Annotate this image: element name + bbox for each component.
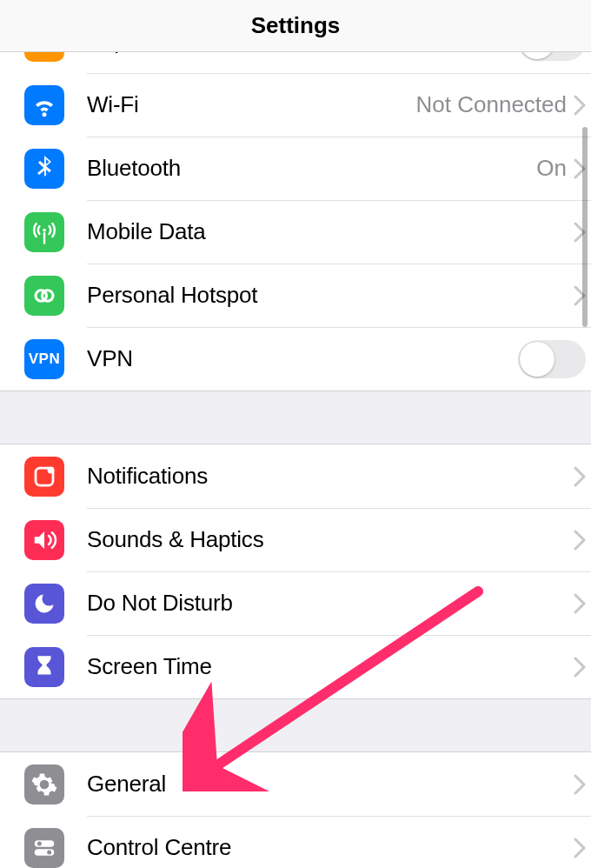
svg-point-0 <box>43 228 46 231</box>
settings-group-notifications: Notifications Sounds & Haptics Do Not Di… <box>0 444 591 699</box>
row-notifications[interactable]: Notifications <box>0 444 591 508</box>
svg-point-7 <box>37 841 42 845</box>
row-general[interactable]: General <box>0 752 591 816</box>
row-label: Sounds & Haptics <box>87 526 574 553</box>
row-value: On <box>536 155 567 182</box>
row-label: Do Not Disturb <box>87 590 574 617</box>
row-label: General <box>87 771 574 798</box>
page-header: Settings <box>0 0 591 52</box>
settings-scroll-area[interactable]: Airplane Mode Wi-Fi Not Connected Blueto… <box>0 52 591 868</box>
svg-point-8 <box>47 850 51 854</box>
row-label: Control Centre <box>87 834 574 861</box>
airplane-toggle[interactable] <box>518 52 586 61</box>
chevron-right-icon <box>574 774 586 795</box>
bluetooth-icon <box>24 149 64 189</box>
row-label: Notifications <box>87 463 574 490</box>
row-airplane-mode[interactable]: Airplane Mode <box>0 52 591 73</box>
antenna-icon <box>24 212 64 252</box>
hotspot-icon <box>24 276 64 316</box>
row-bluetooth[interactable]: Bluetooth On <box>0 137 591 200</box>
group-spacer <box>0 699 591 751</box>
speaker-icon <box>24 520 64 560</box>
hourglass-icon <box>24 647 64 687</box>
row-label: Mobile Data <box>87 218 574 245</box>
chevron-right-icon <box>574 838 586 858</box>
row-sounds-haptics[interactable]: Sounds & Haptics <box>0 508 591 571</box>
row-mobile-data[interactable]: Mobile Data <box>0 200 591 264</box>
chevron-right-icon <box>574 593 586 614</box>
vpn-toggle[interactable] <box>518 340 586 378</box>
row-do-not-disturb[interactable]: Do Not Disturb <box>0 571 591 635</box>
row-personal-hotspot[interactable]: Personal Hotspot <box>0 264 591 327</box>
row-label: Wi-Fi <box>87 91 416 118</box>
toggles-icon <box>24 828 64 868</box>
wifi-icon <box>24 85 64 125</box>
row-label: Screen Time <box>87 653 574 680</box>
gear-icon <box>24 765 64 805</box>
svg-point-4 <box>48 466 55 473</box>
vpn-icon: VPN <box>24 339 64 379</box>
row-label: VPN <box>87 345 518 372</box>
vpn-badge-text: VPN <box>29 351 60 368</box>
group-spacer <box>0 391 591 444</box>
airplane-icon <box>24 52 64 62</box>
notifications-icon <box>24 457 64 497</box>
chevron-right-icon <box>574 466 586 487</box>
settings-group-connectivity: Airplane Mode Wi-Fi Not Connected Blueto… <box>0 52 591 391</box>
page-title: Settings <box>251 12 341 39</box>
chevron-right-icon <box>574 657 586 678</box>
moon-icon <box>24 584 64 624</box>
row-wifi[interactable]: Wi-Fi Not Connected <box>0 73 591 137</box>
row-vpn[interactable]: VPN VPN <box>0 327 591 391</box>
settings-group-general: General Control Centre <box>0 751 591 868</box>
chevron-right-icon <box>574 530 586 551</box>
row-label: Personal Hotspot <box>87 282 574 309</box>
row-control-centre[interactable]: Control Centre <box>0 816 591 868</box>
scrollbar-thumb[interactable] <box>582 127 588 327</box>
row-label: Bluetooth <box>87 155 536 182</box>
row-label: Airplane Mode <box>87 52 518 55</box>
chevron-right-icon <box>574 95 586 116</box>
row-value: Not Connected <box>416 91 567 118</box>
row-screen-time[interactable]: Screen Time <box>0 635 591 698</box>
